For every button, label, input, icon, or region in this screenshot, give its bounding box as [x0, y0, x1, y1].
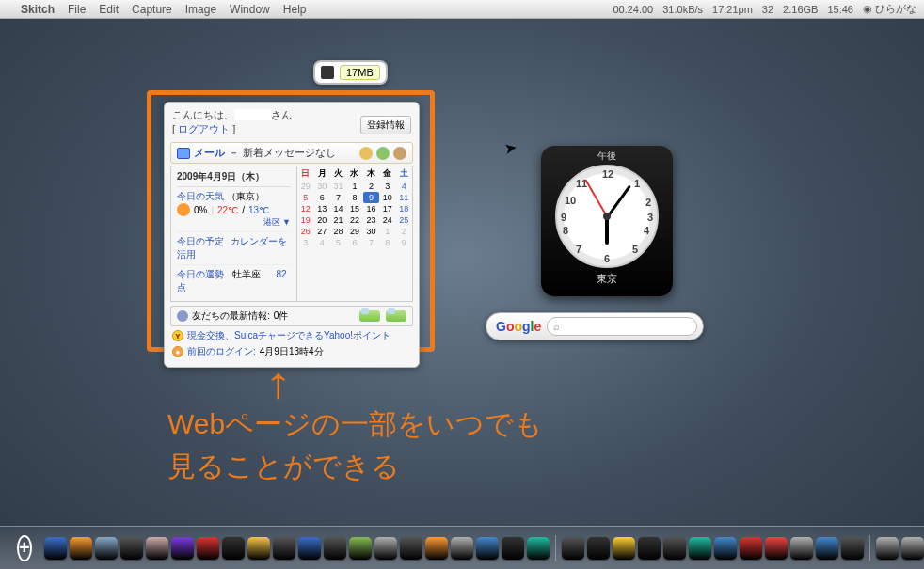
dock-app-icon[interactable] — [613, 537, 635, 560]
dock-app-icon[interactable] — [247, 537, 270, 560]
friends-updates-row[interactable]: 友だちの最新情報:0件 — [170, 306, 413, 326]
calendar-day[interactable]: 30 — [313, 181, 329, 192]
calendar-day[interactable]: 14 — [330, 203, 346, 214]
dock-app-icon[interactable] — [638, 537, 661, 560]
calendar-day[interactable]: 2 — [396, 226, 412, 237]
calendar-day[interactable]: 23 — [363, 214, 379, 226]
dock-app-icon[interactable] — [790, 537, 813, 560]
dock-app-icon[interactable] — [740, 537, 762, 560]
calendar-day[interactable]: 8 — [346, 192, 362, 203]
calendar-day[interactable]: 29 — [346, 226, 362, 237]
dock-app-icon[interactable] — [324, 537, 346, 560]
calendar-day[interactable]: 10 — [379, 192, 395, 203]
mini-calendar[interactable]: 日月火水木金土293031123456789101112131415161718… — [297, 166, 412, 301]
dock-app-icon[interactable] — [587, 537, 610, 560]
calendar-day[interactable]: 31 — [330, 181, 346, 192]
dock-app-icon[interactable] — [901, 537, 924, 560]
dock-app-icon[interactable] — [171, 537, 194, 560]
calendar-day[interactable]: 26 — [297, 226, 313, 237]
calendar-day[interactable]: 1 — [346, 181, 362, 192]
dock-app-icon[interactable] — [765, 537, 788, 560]
menu-file[interactable]: File — [68, 3, 86, 16]
menu-capture[interactable]: Capture — [132, 3, 172, 16]
dock-app-icon[interactable] — [95, 537, 118, 560]
ward-dropdown-icon[interactable]: ▼ — [282, 217, 291, 227]
register-info-button[interactable]: 登録情報 — [360, 116, 411, 134]
mail-action-icon[interactable] — [393, 147, 406, 160]
calendar-day[interactable]: 15 — [346, 203, 362, 214]
calendar-day[interactable]: 19 — [297, 214, 313, 226]
dock-app-icon[interactable] — [425, 537, 448, 560]
memory-widget[interactable]: 17MB — [313, 60, 388, 85]
clock-widget[interactable]: 午後 12 1 2 3 4 5 6 7 8 9 10 11 東京 — [541, 146, 673, 296]
calendar-day[interactable]: 2 — [363, 181, 379, 192]
dock-app-icon[interactable] — [689, 537, 711, 560]
dock-app-icon[interactable] — [374, 537, 397, 560]
dock-app-icon[interactable] — [222, 537, 245, 560]
calendar-day[interactable]: 17 — [379, 203, 395, 214]
calendar-day[interactable]: 12 — [297, 203, 313, 214]
calendar-day[interactable]: 28 — [330, 226, 346, 237]
dock-app-icon[interactable] — [451, 537, 473, 560]
dock-app-icon[interactable] — [400, 537, 422, 560]
calendar-day[interactable]: 11 — [396, 192, 412, 203]
mail-row[interactable]: メール － 新着メッセージなし — [170, 142, 413, 164]
menu-image[interactable]: Image — [185, 3, 216, 16]
calendar-day[interactable]: 3 — [297, 237, 313, 248]
dock-app-icon[interactable] — [146, 537, 168, 560]
dashboard-add-icon[interactable]: + — [17, 535, 32, 561]
calendar-day[interactable]: 7 — [330, 192, 346, 203]
dock-app-icon[interactable] — [298, 537, 321, 560]
yahoo-points-line[interactable]: Y 現金交換、SuicaチャージできるYahoo!ポイント — [172, 329, 411, 342]
dock-app-icon[interactable] — [44, 537, 67, 560]
calendar-day[interactable]: 16 — [363, 203, 379, 214]
dock[interactable]: + — [0, 526, 924, 569]
calendar-day[interactable]: 3 — [379, 181, 395, 192]
calendar-day[interactable]: 22 — [346, 214, 362, 226]
search-input[interactable]: ⌕ — [547, 317, 697, 336]
dock-app-icon[interactable] — [197, 537, 219, 560]
calendar-day[interactable]: 24 — [379, 214, 395, 226]
menu-window[interactable]: Window — [230, 3, 270, 16]
mail-action-icon[interactable] — [376, 147, 390, 160]
calendar-day[interactable]: 25 — [396, 214, 412, 226]
logout-link[interactable]: ログアウト — [178, 123, 230, 134]
app-name[interactable]: Skitch — [21, 3, 55, 16]
dock-app-icon[interactable] — [562, 537, 584, 560]
dock-app-icon[interactable] — [502, 537, 524, 560]
mail-action-icon[interactable] — [359, 147, 373, 160]
calendar-day[interactable]: 20 — [313, 214, 329, 226]
calendar-day[interactable]: 4 — [313, 237, 329, 248]
calendar-day[interactable]: 5 — [330, 237, 346, 248]
calendar-day[interactable]: 29 — [297, 181, 313, 192]
dock-app-icon[interactable] — [476, 537, 499, 560]
dock-app-icon[interactable] — [816, 537, 838, 560]
dock-app-icon[interactable] — [273, 537, 295, 560]
calendar-day[interactable]: 8 — [379, 237, 395, 248]
dock-app-icon[interactable] — [527, 537, 550, 560]
menu-edit[interactable]: Edit — [99, 3, 119, 16]
calendar-day[interactable]: 27 — [313, 226, 329, 237]
calendar-day[interactable]: 30 — [363, 226, 379, 237]
calendar-day[interactable]: 1 — [379, 226, 395, 237]
calendar-day[interactable]: 6 — [346, 237, 362, 248]
calendar-day[interactable]: 18 — [396, 203, 412, 214]
google-search-widget[interactable]: Google ⌕ — [486, 312, 704, 340]
dock-app-icon[interactable] — [663, 537, 686, 560]
dock-app-icon[interactable] — [841, 537, 864, 560]
dock-app-icon[interactable] — [70, 537, 92, 560]
calendar-day[interactable]: 5 — [297, 192, 313, 203]
weather-label[interactable]: 今日の天気 — [177, 191, 224, 201]
calendar-day[interactable]: 4 — [396, 181, 412, 192]
calendar-day[interactable]: 9 — [363, 192, 379, 203]
fortune-label[interactable]: 今日の運勢 — [177, 269, 224, 279]
status-ime[interactable]: ◉ ひらがな — [863, 2, 916, 16]
dock-app-icon[interactable] — [120, 537, 143, 560]
calendar-day[interactable]: 9 — [396, 237, 412, 248]
menu-help[interactable]: Help — [283, 3, 307, 16]
calendar-day[interactable]: 13 — [313, 203, 329, 214]
webclip-widget[interactable]: こんにちは、 さん [ ログアウト ] 登録情報 メール － 新着メッセージなし… — [164, 102, 420, 368]
dock-app-icon[interactable] — [876, 537, 899, 560]
calendar-day[interactable]: 7 — [363, 237, 379, 248]
dock-app-icon[interactable] — [349, 537, 372, 560]
